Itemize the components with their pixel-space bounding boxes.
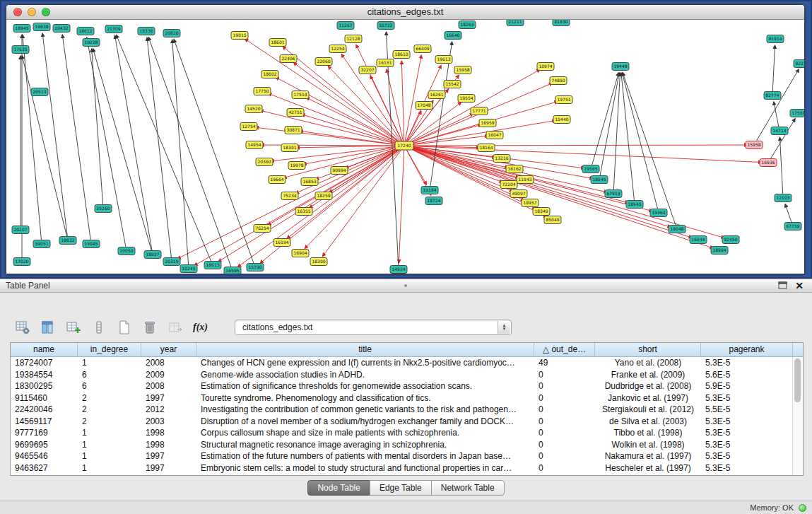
table-row[interactable]: 1456911722003Disruption of a novel membe… [11, 416, 793, 428]
graph-node[interactable]: 16047 [486, 132, 503, 139]
graph-node[interactable]: 20432 [53, 25, 70, 33]
graph-node[interactable]: 18610 [393, 51, 410, 59]
graph-node[interactable]: 16151 [377, 59, 394, 67]
column-header[interactable]: year [141, 343, 196, 356]
graph-edge[interactable] [62, 35, 91, 244]
graph-edge[interactable] [306, 98, 404, 146]
graph-node[interactable]: 30871 [285, 127, 302, 134]
graph-node[interactable]: 19184 [421, 187, 438, 194]
graph-edge[interactable] [116, 35, 213, 265]
graph-node[interactable]: 16640 [445, 32, 461, 40]
graph-node[interactable]: 10974 [537, 63, 554, 71]
graph-edge[interactable] [295, 146, 404, 193]
graph-node[interactable]: 14924 [390, 266, 407, 274]
graph-node[interactable]: 18301 [281, 144, 298, 152]
graph-node[interactable]: 20319 [163, 258, 180, 266]
zoom-window-button[interactable] [42, 8, 50, 16]
graph-node[interactable]: 92450 [722, 236, 739, 244]
graph-node[interactable]: 18602 [261, 71, 278, 78]
close-panel-icon[interactable]: ✕ [795, 279, 804, 292]
graph-node[interactable]: 16944 [690, 236, 707, 244]
table-mode-icon[interactable] [89, 318, 108, 337]
graph-node[interactable]: 66409 [414, 45, 431, 53]
graph-edge[interactable] [148, 37, 233, 271]
graph-node[interactable]: 18259 [315, 192, 332, 200]
graph-edge[interactable] [404, 146, 713, 248]
graph-node[interactable]: 19364 [650, 209, 667, 217]
graph-edge[interactable] [255, 127, 404, 146]
graph-node[interactable]: 85049 [544, 216, 561, 224]
graph-node[interactable]: 19228 [83, 39, 100, 47]
graph-node[interactable]: 11543 [517, 176, 534, 184]
graph-edge[interactable] [401, 61, 404, 146]
graph-node[interactable]: 18724 [425, 197, 442, 205]
graph-node[interactable]: 18164 [478, 144, 495, 152]
column-header[interactable]: title [196, 343, 534, 356]
graph-node[interactable]: 22060 [315, 58, 332, 66]
graph-node[interactable]: 15958 [746, 141, 763, 149]
graph-node[interactable]: 16936 [760, 159, 777, 167]
graph-node[interactable]: 12128 [345, 35, 362, 43]
tab-network-table[interactable]: Network Table [431, 480, 505, 496]
graph-node[interactable]: 18945 [626, 201, 643, 209]
graph-edge[interactable] [404, 111, 421, 146]
graph-edge[interactable] [622, 73, 659, 213]
new-document-icon[interactable] [114, 318, 134, 337]
graph-node[interactable]: 20207 [12, 226, 29, 234]
graph-node[interactable]: 13216 [493, 155, 510, 163]
column-header[interactable]: in_degree [78, 343, 141, 356]
graph-node[interactable]: 17514 [292, 91, 309, 99]
table-row[interactable]: 911546021997Tourette syndrome. Phenomeno… [11, 392, 793, 404]
graph-node[interactable]: 15440 [553, 116, 570, 124]
graph-node[interactable]: 14954 [246, 141, 263, 149]
graph-node[interactable]: 21211 [507, 20, 524, 26]
graph-node[interactable]: 90994 [331, 167, 348, 175]
combo-stepper-icon[interactable]: ▲▼ [498, 321, 510, 334]
table-row[interactable]: 1872400712008Changes of HCN gene express… [11, 357, 793, 369]
graph-node[interactable]: 20513 [31, 88, 48, 96]
graph-node[interactable]: 17771 [471, 107, 488, 115]
graph-node[interactable]: 19664 [269, 176, 286, 184]
graph-edge[interactable] [591, 73, 618, 169]
graph-edge[interactable] [774, 102, 779, 131]
network-canvas[interactable]: 1894519838204321861221309193362082017635… [6, 20, 804, 274]
graph-edge[interactable] [613, 73, 620, 194]
graph-node[interactable]: 92274 [794, 60, 804, 68]
network-window-titlebar[interactable]: citations_edges.txt [6, 5, 804, 20]
graph-node[interactable]: 18048 [669, 226, 686, 233]
float-panel-icon[interactable] [777, 280, 788, 291]
graph-edge[interactable] [779, 137, 783, 198]
graph-edge[interactable] [772, 45, 775, 95]
graph-node[interactable]: 17240 [395, 141, 413, 150]
graph-node[interactable]: 18957 [522, 199, 539, 207]
graph-node[interactable]: 18945 [13, 25, 30, 33]
graph-node[interactable]: 15790 [247, 264, 264, 271]
graph-edge[interactable] [404, 145, 748, 146]
graph-node[interactable]: 17020 [13, 258, 30, 266]
graph-node[interactable]: 18927 [144, 251, 161, 259]
graph-node[interactable]: 16194 [273, 239, 290, 247]
graph-node[interactable]: 10245 [180, 265, 197, 273]
graph-node[interactable]: 12103 [775, 194, 792, 202]
graph-node[interactable]: 18612 [77, 28, 94, 35]
graph-node[interactable]: 16904 [292, 250, 309, 257]
graph-node[interactable]: 16853 [301, 178, 318, 186]
graph-node[interactable]: 42751 [287, 109, 304, 117]
graph-edge[interactable] [404, 146, 724, 238]
graph-node[interactable]: 17750 [254, 88, 271, 95]
graph-edge[interactable] [147, 37, 172, 262]
graph-node[interactable]: 15542 [444, 81, 461, 88]
graph-node[interactable]: 82774 [764, 92, 781, 100]
graph-edge[interactable] [599, 73, 619, 180]
table-row[interactable]: 1938455462009Genome-wide association stu… [11, 369, 793, 381]
minimize-window-button[interactable] [28, 8, 36, 16]
table-row[interactable]: 977716911998Corpus callosum shape and si… [11, 427, 793, 439]
graph-edge[interactable] [370, 76, 404, 146]
graph-edge[interactable] [621, 73, 635, 204]
show-columns-icon[interactable] [38, 318, 57, 337]
graph-edge[interactable] [404, 136, 488, 146]
graph-node[interactable]: 16355 [295, 208, 312, 216]
graph-node[interactable]: 19448 [612, 63, 629, 71]
graph-edge[interactable] [115, 35, 153, 255]
tab-node-table[interactable]: Node Table [307, 480, 370, 496]
